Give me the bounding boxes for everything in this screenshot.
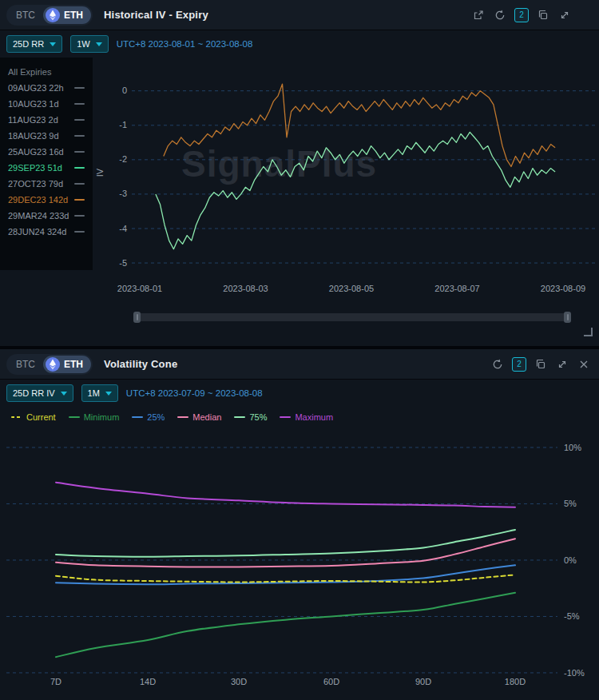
- asset-eth-label: ETH: [64, 10, 83, 21]
- x-axis-tick-label: 2023-08-07: [434, 284, 479, 293]
- eth-icon: [46, 8, 60, 22]
- metric-dropdown-value: 25D RR IV: [13, 388, 55, 398]
- expand-icon[interactable]: [557, 8, 572, 22]
- x-axis-tick-label: 14D: [140, 677, 156, 686]
- series-line: [56, 483, 515, 507]
- expiry-list-item[interactable]: 10AUG23 1d: [8, 96, 93, 112]
- interval-dropdown-value: 1W: [77, 39, 90, 49]
- scrollbar-left-handle[interactable]: [133, 312, 141, 323]
- y-axis-title: IV: [95, 168, 105, 177]
- series-dash-icon: [74, 183, 85, 185]
- series-dash-icon: [74, 87, 85, 89]
- x-axis-tick-label: 2023-08-01: [117, 284, 162, 293]
- historical-iv-panel: BTC ETH Historical IV - Expiry: [0, 0, 599, 346]
- legend-line-icon: [280, 416, 291, 418]
- legend-item[interactable]: 75%: [234, 412, 267, 422]
- expiry-list-item[interactable]: 18AUG23 9d: [8, 128, 93, 144]
- panel1-header: BTC ETH Historical IV - Expiry: [0, 0, 599, 30]
- y-axis-tick-label: -10%: [564, 668, 585, 678]
- refresh-icon[interactable]: [490, 357, 505, 372]
- legend-item[interactable]: Median: [177, 412, 221, 422]
- legend-line-icon: [234, 416, 245, 418]
- legend-item[interactable]: Minimum: [69, 412, 120, 422]
- panel1-toolbar: 2: [471, 8, 593, 22]
- legend-label: 75%: [249, 412, 267, 422]
- expiry-list-item[interactable]: 29SEP23 51d: [8, 160, 93, 176]
- y-axis-tick-label: 0: [122, 86, 127, 95]
- panel2-toolbar: 2: [490, 357, 593, 372]
- series-dash-icon: [74, 231, 85, 233]
- legend-item[interactable]: Current: [11, 412, 56, 422]
- date-range-label: UTC+8 2023-08-01 ~ 2023-08-08: [117, 39, 253, 49]
- metric-dropdown[interactable]: 25D RR: [6, 35, 62, 53]
- expiry-list-item[interactable]: 28JUN24 324d: [8, 224, 93, 240]
- duplicate-icon[interactable]: [534, 357, 548, 372]
- x-axis-tick-label: 60D: [323, 677, 339, 686]
- expiry-label: All Expiries: [8, 67, 51, 77]
- expiry-label: 29MAR24 233d: [8, 211, 69, 221]
- expiry-list-item[interactable]: 29DEC23 142d: [8, 192, 93, 208]
- y-axis-tick-label: -1: [119, 120, 127, 129]
- expiry-list-item[interactable]: 11AUG23 2d: [8, 112, 93, 128]
- series-dash-icon: [74, 135, 85, 137]
- asset-eth-button[interactable]: ETH: [43, 6, 91, 24]
- interval-dropdown[interactable]: 1W: [70, 35, 109, 53]
- close-icon[interactable]: [577, 357, 591, 372]
- interval-dropdown[interactable]: 1M: [81, 384, 118, 402]
- expiry-label: 29DEC23 142d: [8, 195, 68, 205]
- time-range-scrollbar[interactable]: [134, 313, 570, 321]
- x-axis-tick-label: 7D: [50, 677, 61, 686]
- legend-line-icon: [132, 416, 143, 418]
- expiry-label: 09AUG23 22h: [8, 83, 64, 93]
- date-range-label: UTC+8 2023-07-09 ~ 2023-08-08: [126, 388, 263, 398]
- panel2-header: BTC ETH Volatility Cone 2: [0, 349, 599, 380]
- duplicate-icon[interactable]: [536, 8, 550, 22]
- panel1-controls: 25D RR 1W UTC+8 2023-08-01 ~ 2023-08-08: [0, 30, 599, 58]
- y-axis-tick-label: 0%: [564, 555, 577, 565]
- expand-icon[interactable]: [555, 357, 569, 372]
- expiry-list-item[interactable]: 09AUG23 22h: [8, 80, 93, 96]
- legend-line-icon: [69, 416, 80, 418]
- legend-label: Current: [26, 412, 56, 422]
- interval-dropdown-value: 1M: [88, 388, 100, 398]
- cone-legend: CurrentMinimum25%Median75%Maximum: [0, 407, 599, 428]
- legend-line-icon: [177, 416, 188, 418]
- layout-count-badge[interactable]: 2: [514, 8, 529, 22]
- expiry-label: 11AUG23 2d: [8, 115, 58, 125]
- chevron-down-icon: [50, 42, 56, 46]
- x-axis-tick-label: 180D: [505, 677, 526, 686]
- series-dash-icon: [74, 215, 85, 217]
- legend-line-icon: [11, 416, 22, 418]
- asset-btc-button[interactable]: BTC: [8, 10, 43, 21]
- asset-toggle: BTC ETH: [6, 354, 93, 375]
- metric-dropdown[interactable]: 25D RR IV: [6, 384, 73, 402]
- expiry-label: 27OCT23 79d: [8, 179, 63, 189]
- expiry-list-item[interactable]: 27OCT23 79d: [8, 176, 93, 192]
- series-dash-icon: [74, 151, 85, 153]
- expiry-list-item[interactable]: All Expiries: [8, 64, 93, 80]
- expiry-list-item[interactable]: 25AUG23 16d: [8, 144, 93, 160]
- scrollbar-right-handle[interactable]: [564, 312, 571, 323]
- x-axis-tick-label: 2023-08-05: [329, 284, 374, 293]
- layout-count-badge[interactable]: 2: [512, 357, 526, 372]
- expiry-label: 18AUG23 9d: [8, 131, 59, 141]
- x-axis-tick-label: 2023-08-03: [223, 284, 268, 293]
- series-line: [56, 593, 515, 657]
- legend-item[interactable]: Maximum: [280, 412, 333, 422]
- page-title: Historical IV - Expiry: [104, 9, 208, 21]
- panel-resize-handle[interactable]: [584, 328, 593, 336]
- y-axis-tick-label: -5%: [564, 611, 580, 621]
- asset-btc-button[interactable]: BTC: [8, 359, 43, 370]
- expiry-label: 28JUN24 324d: [8, 227, 66, 237]
- asset-eth-button[interactable]: ETH: [43, 356, 91, 373]
- x-axis-tick-label: 2023-08-09: [541, 284, 585, 293]
- open-in-new-icon[interactable]: [471, 8, 486, 22]
- refresh-icon[interactable]: [493, 8, 507, 22]
- historical-iv-chart-svg: 0-1-2-3-4-52023-08-012023-08-032023-08-0…: [92, 58, 599, 305]
- legend-label: Median: [192, 412, 221, 422]
- y-axis-tick-label: -2: [119, 154, 127, 164]
- expiry-list-item[interactable]: 29MAR24 233d: [8, 208, 93, 224]
- volatility-cone-chart: 10%5%0%-5%-10%7D14D30D60D90D180D: [0, 428, 599, 700]
- series-line: [56, 530, 515, 557]
- legend-item[interactable]: 25%: [132, 412, 165, 422]
